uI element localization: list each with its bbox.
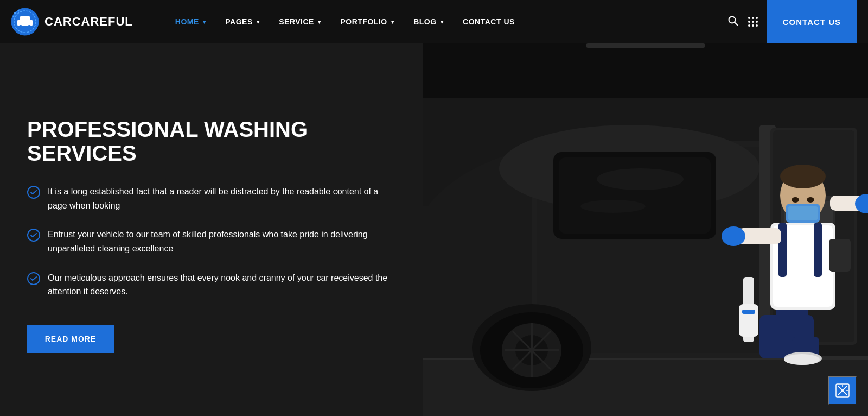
svg-point-62 — [580, 200, 646, 213]
hero-image — [423, 43, 868, 416]
search-icon — [727, 15, 738, 26]
svg-point-55 — [780, 165, 826, 188]
read-more-button[interactable]: READ MORE — [27, 325, 114, 353]
portfolio-chevron: ▾ — [391, 19, 394, 25]
svg-rect-40 — [742, 310, 755, 314]
svg-point-6 — [14, 12, 16, 14]
corner-x-icon — [835, 383, 850, 398]
navbar: CARCAREFUL HOME ▾ PAGES ▾ SERVICE ▾ PORT… — [0, 0, 868, 43]
hero-point-1: It is a long established fact that a rea… — [27, 185, 396, 212]
svg-point-45 — [784, 354, 820, 365]
hero-point-text-3: Our meticulous approach ensures that eve… — [48, 271, 396, 299]
pages-chevron: ▾ — [257, 19, 260, 25]
home-chevron: ▾ — [203, 19, 206, 25]
svg-rect-57 — [788, 206, 818, 220]
svg-point-5 — [28, 25, 31, 28]
hero-points: It is a long established fact that a rea… — [27, 185, 396, 299]
dots-button[interactable] — [748, 17, 758, 27]
hero-point-2: Entrust your vehicle to our team of skil… — [27, 228, 396, 255]
svg-rect-3 — [20, 16, 30, 22]
nav-links: HOME ▾ PAGES ▾ SERVICE ▾ PORTFOLIO ▾ BLO… — [165, 0, 727, 43]
svg-point-52 — [722, 226, 745, 246]
nav-home[interactable]: HOME ▾ — [165, 0, 216, 43]
svg-line-10 — [735, 22, 738, 26]
service-chevron: ▾ — [318, 19, 321, 25]
check-icon-1 — [27, 186, 40, 199]
svg-rect-64 — [586, 43, 705, 48]
corner-icon-button[interactable] — [828, 376, 857, 405]
hero-point-text-1: It is a long established fact that a rea… — [48, 185, 396, 212]
svg-point-4 — [19, 25, 22, 28]
check-icon-3 — [27, 272, 40, 285]
hero-title: PROFESSIONAL WASHING SERVICES — [27, 117, 396, 165]
contact-us-button[interactable]: CONTACT US — [767, 0, 857, 43]
svg-point-8 — [13, 16, 15, 17]
nav-pages[interactable]: PAGES ▾ — [215, 0, 269, 43]
logo[interactable]: CARCAREFUL — [11, 8, 133, 36]
svg-point-58 — [792, 197, 799, 203]
hero-point-3: Our meticulous approach ensures that eve… — [27, 271, 396, 299]
search-button[interactable] — [727, 15, 738, 29]
svg-rect-39 — [739, 304, 758, 337]
svg-point-61 — [597, 168, 684, 190]
dots-grid-icon — [748, 17, 758, 27]
hero-point-text-2: Entrust your vehicle to our team of skil… — [48, 228, 396, 255]
nav-blog[interactable]: BLOG ▾ — [404, 0, 453, 43]
nav-contact[interactable]: CONTACT US — [453, 0, 525, 43]
nav-portfolio[interactable]: PORTFOLIO ▾ — [330, 0, 404, 43]
svg-rect-63 — [423, 43, 868, 98]
hero-section: PROFESSIONAL WASHING SERVICES It is a lo… — [0, 43, 868, 416]
svg-rect-49 — [814, 223, 822, 277]
car-wash-scene — [423, 43, 868, 416]
nav-icons — [727, 15, 758, 29]
nav-service[interactable]: SERVICE ▾ — [269, 0, 330, 43]
logo-text: CARCAREFUL — [44, 15, 133, 29]
blog-chevron: ▾ — [441, 19, 444, 25]
hero-content: PROFESSIONAL WASHING SERVICES It is a lo… — [0, 43, 423, 416]
svg-rect-60 — [829, 239, 851, 272]
svg-point-59 — [807, 197, 814, 203]
check-icon-2 — [27, 229, 40, 242]
logo-icon — [11, 8, 39, 36]
svg-point-7 — [18, 10, 20, 12]
